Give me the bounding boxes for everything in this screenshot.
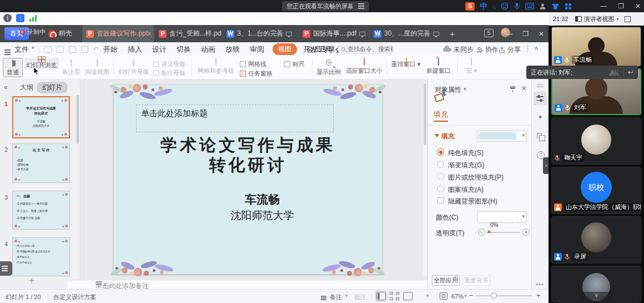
slide-thumbnail-3[interactable]: 一、选题 •1.问题意识——真实问题 •2.立法上、制度上的对接 •3.照搬不可… [12, 191, 70, 230]
slide-editing-area[interactable]: 单击此处添加标题 学术论文写作与成果 转化研讨 车流畅 沈阳师范大学 [114, 85, 382, 274]
zoom-caret-icon[interactable]: ▾ [464, 293, 467, 299]
tab-doc[interactable]: P 国际海事....pdf [299, 25, 369, 42]
zoom-out-button[interactable]: − [469, 291, 474, 300]
share-button[interactable]: 分享 [499, 45, 521, 54]
fit-window-button[interactable]: 适应窗口大小 [344, 58, 384, 75]
slide-thumbnail-2[interactable]: 论 文 写 作 •选题 •逻辑结构 •参考文献 [12, 143, 70, 183]
gridlines-checkbox[interactable]: 网格线 [240, 60, 266, 68]
reply-arrow-icon[interactable]: ↩ [628, 68, 633, 76]
menu-slideshow[interactable]: 放映 [225, 44, 240, 54]
participant-tile[interactable]: 车流畅 [551, 27, 641, 67]
hide-background-label[interactable]: 隐藏背景图形(H) [448, 197, 497, 206]
emoji-icon[interactable] [501, 2, 509, 10]
status-normal-view-icon[interactable] [376, 292, 386, 300]
canvas-scrollbar[interactable] [423, 82, 427, 276]
wps-minimize-button[interactable]: — [506, 30, 512, 38]
user-mode-icon[interactable] [539, 3, 546, 10]
effects-tool-button[interactable]: ✦ [534, 111, 547, 124]
menu-animation[interactable]: 动画 [201, 44, 215, 54]
title-placeholder-box[interactable]: 单击此处添加标题 [136, 105, 334, 132]
transparency-slider-marker[interactable] [487, 230, 491, 233]
wps-close-button[interactable]: ✕ [539, 30, 544, 38]
fill-color-dropdown[interactable]: ▾ [477, 130, 527, 142]
collab-button[interactable]: 协作 [476, 45, 499, 54]
watching-banner[interactable]: 您正在观看车流畅的屏幕 [282, 1, 369, 11]
macro-button[interactable]: 宏 ▾ [462, 58, 481, 75]
ruler-checkbox[interactable]: 标尺 [284, 60, 305, 68]
normal-view-button[interactable]: 普通 [3, 58, 23, 77]
notes-bar[interactable]: 单击此处添加备注 [68, 280, 427, 289]
print-icon[interactable] [69, 46, 76, 53]
view-caret-icon[interactable]: ▾ [426, 293, 429, 299]
pin-icon[interactable] [510, 86, 515, 89]
properties-tool-button[interactable] [534, 92, 547, 105]
panel-title-caret[interactable]: ▾ [464, 86, 466, 92]
design-scheme[interactable]: 自定义设计方案 [53, 293, 96, 301]
tab-doc[interactable]: P 贪污_受贿...样.pdf [155, 25, 222, 42]
gradient-fill-radio[interactable] [437, 161, 444, 168]
file-menu[interactable]: 文件 [14, 44, 29, 54]
panel-scrollbar[interactable] [77, 95, 79, 144]
file-menu-caret[interactable]: ▾ [32, 44, 34, 51]
notes-page-button[interactable]: 备注页 [60, 59, 82, 76]
apply-all-button[interactable]: 全部应用 [432, 275, 460, 286]
status-reading-view-icon[interactable] [403, 292, 412, 300]
handout-master-button[interactable]: 讲义母版 [153, 60, 188, 68]
fullscreen-icon[interactable] [625, 16, 631, 22]
layout-tool-button[interactable] [534, 130, 547, 143]
solid-fill-label[interactable]: 纯色填充(S) [448, 148, 484, 158]
menu-design[interactable]: 设计 [152, 44, 167, 54]
menu-member-exc[interactable]: 会员专享 [306, 44, 335, 54]
reading-view-button[interactable]: 阅读视图 [83, 59, 111, 76]
picture-fill-radio[interactable] [437, 173, 444, 180]
collapse-panel-icon[interactable]: « [4, 83, 8, 91]
wps-restore-button[interactable]: ❐ [522, 30, 529, 38]
scroll-more-chevron[interactable]: ∨ [580, 292, 613, 300]
new-tab-button[interactable]: + [446, 25, 459, 42]
search-box[interactable] [338, 44, 394, 54]
tab-docer[interactable]: 稻壳 [44, 25, 81, 42]
output-icon[interactable] [57, 46, 64, 53]
notes-master-button[interactable]: 备注母版 [153, 69, 188, 77]
apps-grid-icon[interactable] [565, 3, 572, 10]
view-mode-button[interactable]: 演讲者视图 ▾ [575, 15, 619, 23]
transparency-plus-button[interactable]: + [522, 229, 530, 236]
meeting-maximize-button[interactable]: ❐ [618, 2, 624, 10]
fill-section-header[interactable]: 填充 [435, 132, 455, 141]
zoom-slider-handle[interactable] [491, 292, 497, 299]
task-pane-checkbox[interactable]: ✓ 任务窗格 [240, 69, 273, 78]
skin-shirt-icon[interactable] [551, 3, 560, 10]
meeting-close-button[interactable]: ✕ [635, 2, 641, 10]
participant-tile[interactable]: ∨ [551, 266, 641, 302]
info-tray-icon[interactable]: i [3, 14, 12, 22]
slide-master-button[interactable]: 幻灯片母版 [117, 59, 151, 76]
tab-outline[interactable]: 大纲 [20, 83, 33, 92]
notes-toggle[interactable]: 备注 [330, 293, 342, 301]
participant-tile[interactable]: 职校 山东大学法学院（威海）职校 [551, 167, 641, 214]
microphone-icon[interactable] [514, 2, 520, 10]
fill-tab[interactable]: 填充 [434, 110, 448, 120]
picture-fill-label[interactable]: 图片或纹理填充(P) [448, 173, 504, 182]
arrange-windows-button[interactable]: 重排窗口 ▾ [390, 58, 422, 68]
pattern-fill-radio[interactable] [437, 185, 444, 192]
menu-insert[interactable]: 插入 [128, 44, 142, 54]
collapse-ribbon-icon[interactable]: ∧ [534, 44, 539, 52]
menu-view-active[interactable]: 视图 [273, 43, 297, 55]
meeting-minimize-button[interactable]: — [600, 2, 607, 10]
gradient-fill-label[interactable]: 渐变填充(G) [448, 161, 484, 170]
transparency-minus-button[interactable]: − [478, 229, 485, 236]
more-tools-icon[interactable]: ••• [536, 281, 544, 287]
menu-start[interactable]: 开始 [103, 44, 118, 54]
share-tray-icon[interactable]: ↑ [16, 14, 24, 22]
save-icon[interactable] [44, 46, 52, 53]
more-menu-icon[interactable]: ⋮ [524, 44, 531, 53]
reset-background-button[interactable]: 重置背景 [462, 275, 490, 286]
slide-school[interactable]: 沈阳师范大学 [128, 208, 396, 223]
zoom-in-button[interactable]: + [536, 291, 541, 300]
slide-sorter-button[interactable]: 幻灯片浏览 [24, 58, 59, 69]
ime-punctuation-toggle[interactable]: ·, [492, 3, 496, 9]
hide-background-checkbox[interactable] [437, 197, 444, 203]
zoom-ratio-button[interactable]: % 显示比例 [315, 58, 342, 76]
tab-count-badge[interactable]: 5 [484, 29, 494, 37]
banner-menu-icon[interactable] [358, 6, 364, 7]
